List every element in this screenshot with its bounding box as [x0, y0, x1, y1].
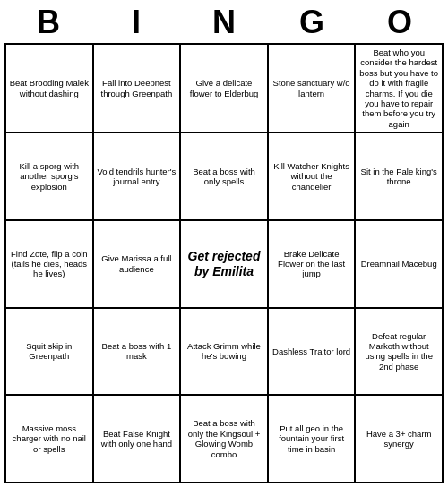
- cell-9: Sit in the Pale king's throne: [355, 132, 443, 220]
- letter-g: G: [272, 4, 351, 41]
- cell-10: Find Zote, flip a coin (tails he dies, h…: [5, 220, 93, 308]
- cell-21: Beat False Knight with only one hand: [93, 395, 181, 483]
- cell-4: Beat who you consider the hardest boss b…: [355, 44, 443, 132]
- cell-22: Beat a boss with only the Kingsoul + Glo…: [180, 395, 268, 483]
- cell-7: Beat a boss with only spells: [180, 132, 268, 220]
- cell-16: Beat a boss with 1 mask: [93, 308, 181, 396]
- letter-o: O: [360, 4, 439, 41]
- cell-5: Kill a sporg with another sporg's explos…: [5, 132, 93, 220]
- cell-3: Stone sanctuary w/o lantern: [268, 44, 356, 132]
- cell-0: Beat Brooding Malek without dashing: [5, 44, 93, 132]
- cell-2: Give a delicate flower to Elderbug: [180, 44, 268, 132]
- cell-17: Attack Grimm while he's bowing: [180, 308, 268, 396]
- cell-14: Dreamnail Macebug: [355, 220, 443, 308]
- letter-i: I: [97, 4, 176, 41]
- letter-n: N: [185, 4, 263, 41]
- bingo-header: B I N G O: [4, 0, 444, 43]
- cell-6: Void tendrils hunter's journal entry: [93, 132, 181, 220]
- cell-12-free: Get rejected by Emilita: [180, 220, 268, 308]
- bingo-grid: Beat Brooding Malek without dashing Fall…: [4, 43, 444, 483]
- cell-24: Have a 3+ charm synergy: [355, 395, 443, 483]
- cell-13: Brake Delicate Flower on the last jump: [268, 220, 356, 308]
- cell-18: Dashless Traitor lord: [268, 308, 356, 396]
- cell-20: Massive moss charger with no nail or spe…: [5, 395, 93, 483]
- cell-8: Kill Watcher Knights without the chandel…: [268, 132, 356, 220]
- letter-b: B: [9, 4, 88, 41]
- cell-1: Fall into Deepnest through Greenpath: [93, 44, 181, 132]
- cell-19: Defeat regular Markoth without using spe…: [355, 308, 443, 396]
- cell-23: Put all geo in the fountain your first t…: [268, 395, 356, 483]
- cell-11: Give Marissa a full audience: [93, 220, 181, 308]
- cell-15: Squit skip in Greenpath: [5, 308, 93, 396]
